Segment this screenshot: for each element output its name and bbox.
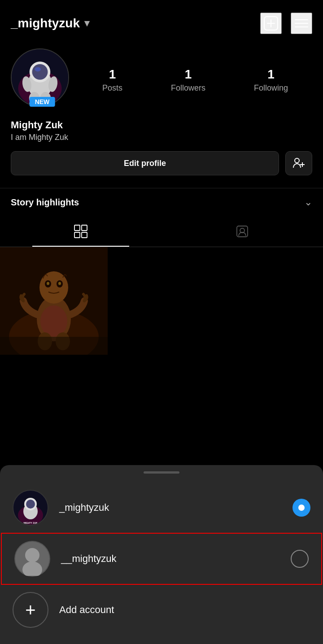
followers-count: 1	[185, 67, 192, 82]
svg-rect-21	[82, 225, 87, 231]
svg-point-11	[35, 67, 41, 72]
svg-point-42	[26, 500, 35, 509]
story-highlights-section[interactable]: Story highlights ⌄	[0, 188, 323, 216]
svg-text:MIGHTY ZUK: MIGHTY ZUK	[23, 522, 37, 524]
menu-button[interactable]	[291, 13, 312, 34]
tab-tagged[interactable]	[162, 216, 323, 247]
add-friend-button[interactable]	[285, 151, 312, 175]
posts-label: Posts	[102, 83, 122, 93]
profile-name: Mighty Zuk	[11, 119, 312, 131]
sheet-drag-handle	[144, 471, 179, 474]
app-header: _mightyzuk ▾	[0, 0, 323, 41]
svg-point-45	[25, 548, 39, 562]
add-account-label: Add account	[59, 604, 114, 616]
following-label: Following	[254, 83, 288, 93]
followers-label: Followers	[171, 83, 205, 93]
account-avatar-2	[14, 541, 50, 577]
account-switcher-sheet: MIGHTY ZUK _mightyzuk __mightyzuk + Add …	[0, 465, 323, 644]
account-active-indicator-1	[292, 499, 310, 517]
profile-bio: I am Mighty Zuk	[11, 133, 312, 142]
account-username-1: _mightyzuk	[59, 502, 282, 513]
svg-point-32	[47, 282, 49, 285]
following-stat[interactable]: 1 Following	[254, 67, 288, 93]
stats-row: 1 Posts 1 Followers 1 Following	[78, 67, 312, 93]
profile-username-title[interactable]: _mightyzuk ▾	[11, 16, 89, 30]
new-post-button[interactable]	[260, 13, 282, 34]
svg-point-17	[295, 158, 299, 163]
posts-count: 1	[109, 67, 116, 82]
profile-top-row: MIGHTY ZUK NEW 1 Posts 1 Followers 1 Fol…	[11, 48, 312, 111]
svg-rect-20	[74, 225, 80, 231]
content-tabs	[0, 216, 323, 247]
tab-grid[interactable]	[0, 216, 162, 247]
svg-point-10	[32, 64, 48, 80]
following-count: 1	[267, 67, 275, 82]
posts-grid	[0, 247, 323, 355]
post-thumbnail[interactable]	[0, 247, 108, 355]
story-highlights-chevron-icon: ⌄	[304, 196, 312, 208]
add-account-icon: +	[13, 592, 48, 628]
account-username-2: __mightyzuk	[61, 553, 280, 565]
svg-rect-37	[0, 337, 108, 355]
add-account-item[interactable]: + Add account	[0, 585, 323, 635]
svg-rect-22	[74, 232, 80, 238]
edit-profile-button[interactable]: Edit profile	[11, 151, 279, 175]
posts-stat[interactable]: 1 Posts	[102, 67, 122, 93]
header-actions	[260, 13, 312, 34]
story-highlights-label: Story highlights	[11, 197, 79, 208]
plus-icon: +	[25, 601, 35, 619]
account-inactive-indicator-2	[291, 550, 309, 568]
username-text: _mightyzuk	[11, 16, 80, 30]
svg-point-34	[40, 305, 67, 337]
new-badge: NEW	[30, 97, 55, 107]
account-item-secondary[interactable]: __mightyzuk	[1, 533, 322, 585]
profile-action-buttons: Edit profile	[11, 151, 312, 175]
account-item-active[interactable]: MIGHTY ZUK _mightyzuk	[0, 483, 323, 533]
profile-section: MIGHTY ZUK NEW 1 Posts 1 Followers 1 Fol…	[0, 41, 323, 175]
svg-point-33	[58, 282, 61, 285]
svg-rect-23	[82, 232, 87, 238]
username-chevron-icon[interactable]: ▾	[84, 17, 89, 29]
followers-stat[interactable]: 1 Followers	[171, 67, 205, 93]
avatar-container[interactable]: MIGHTY ZUK NEW	[11, 48, 74, 111]
account-avatar-1: MIGHTY ZUK	[13, 490, 48, 526]
